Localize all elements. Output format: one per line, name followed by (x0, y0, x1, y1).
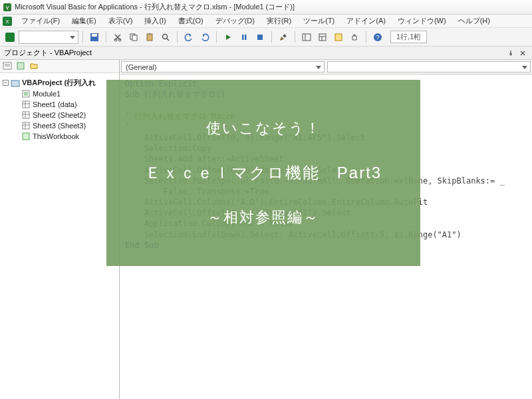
tree-item-sheet2[interactable]: Sheet2 (Sheet2) (3, 110, 116, 120)
tree-item-module1[interactable]: Module1 (3, 88, 116, 99)
svg-rect-18 (283, 34, 287, 38)
svg-text:v: v (6, 4, 9, 11)
run-button[interactable] (221, 30, 235, 45)
svg-rect-30 (17, 63, 24, 69)
object-dropdown[interactable]: (General) (121, 61, 325, 72)
separator (106, 31, 106, 43)
svg-rect-11 (147, 34, 152, 41)
toggle-folders-icon[interactable] (29, 61, 40, 72)
svg-rect-15 (242, 35, 244, 40)
tree-root[interactable]: − VBAProject (行列入れ (3, 77, 116, 88)
paste-button[interactable] (142, 30, 157, 45)
undo-button[interactable] (182, 30, 196, 45)
menu-bar: X ファイル(F) 編集(E) 表示(V) 挿入(I) 書式(O) デバッグ(D… (0, 15, 532, 28)
reset-button[interactable] (253, 30, 267, 45)
svg-rect-6 (92, 34, 97, 37)
view-code-icon[interactable] (3, 61, 13, 72)
title-bar: v Microsoft Visual Basic for Application… (0, 0, 532, 15)
svg-rect-12 (148, 33, 151, 35)
svg-rect-17 (257, 35, 263, 40)
tree-label: Module1 (33, 90, 61, 98)
svg-point-13 (163, 34, 168, 39)
svg-rect-4 (5, 33, 15, 42)
view-object-icon[interactable] (16, 61, 27, 72)
separator (177, 31, 178, 43)
tree-item-sheet1[interactable]: Sheet1 (data) (3, 99, 116, 110)
pin-icon[interactable] (505, 48, 516, 59)
project-explorer-header: プロジェクト - VBAProject (0, 47, 532, 60)
properties-button[interactable] (315, 30, 330, 45)
separator (295, 31, 295, 43)
svg-rect-10 (132, 35, 137, 41)
title-overlay: 使いこなそう！ Ｅｘｃｅｌマクロ機能 Part3 ～相対参照編～ (106, 80, 420, 266)
project-explorer: − VBAProject (行列入れ Module1 Sheet1 (data)… (0, 60, 120, 399)
worksheet-icon (21, 121, 31, 130)
help-button[interactable]: ? (370, 30, 385, 45)
toolbox-button[interactable] (347, 30, 362, 45)
menu-debug[interactable]: デバッグ(D) (210, 15, 260, 27)
project-root-label: VBAProject (行列入れ (22, 78, 96, 88)
project-icon (11, 78, 20, 88)
break-button[interactable] (237, 30, 251, 45)
worksheet-icon (21, 110, 31, 120)
cut-button[interactable] (110, 30, 125, 45)
svg-rect-16 (245, 35, 247, 40)
window-title: Microsoft Visual Basic for Applications … (15, 2, 295, 12)
separator (82, 31, 83, 43)
object-browser-button[interactable] (331, 30, 346, 45)
menu-insert[interactable]: 挿入(I) (139, 15, 171, 27)
svg-rect-39 (23, 112, 29, 118)
separator (271, 31, 272, 43)
menu-edit[interactable]: 編集(E) (66, 15, 102, 27)
object-dropdown-value: (General) (126, 63, 156, 71)
svg-rect-21 (319, 34, 326, 41)
svg-rect-24 (335, 34, 342, 41)
menu-file[interactable]: ファイル(F) (16, 15, 65, 27)
project-explorer-button[interactable] (299, 30, 314, 45)
overlay-line-3: ～相対参照編～ (207, 207, 319, 227)
code-dropdown-row: (General) (120, 60, 532, 74)
tree-label: Sheet2 (Sheet2) (33, 111, 86, 119)
view-excel-button[interactable] (3, 30, 17, 45)
menu-tools[interactable]: ツール(T) (298, 15, 340, 27)
vba-app-icon: v (3, 3, 12, 12)
svg-rect-42 (23, 122, 29, 129)
tree-item-sheet3[interactable]: Sheet3 (Sheet3) (3, 120, 116, 131)
insert-object-combo[interactable] (19, 31, 78, 44)
worksheet-icon (21, 100, 31, 109)
cursor-position: 1行,1桁 (390, 31, 427, 43)
menu-run[interactable]: 実行(R) (261, 15, 297, 27)
menu-window[interactable]: ウィンドウ(W) (392, 15, 452, 27)
svg-line-14 (167, 39, 169, 41)
tree-label: ThisWorkbook (33, 132, 79, 140)
redo-button[interactable] (198, 30, 212, 45)
svg-rect-36 (23, 101, 29, 108)
tree-label: Sheet3 (Sheet3) (33, 122, 86, 130)
project-toolbar (0, 60, 119, 73)
menu-help[interactable]: ヘルプ(H) (453, 15, 495, 27)
module-icon (21, 89, 31, 98)
toolbar: ? 1行,1桁 (0, 28, 532, 47)
excel-icon: X (3, 17, 12, 26)
procedure-dropdown[interactable] (327, 61, 531, 72)
separator (216, 31, 217, 43)
menu-addins[interactable]: アドイン(A) (341, 15, 391, 27)
find-button[interactable] (158, 30, 173, 45)
tree-item-thisworkbook[interactable]: ThisWorkbook (3, 131, 116, 142)
workbook-icon (21, 132, 31, 141)
collapse-icon[interactable]: − (3, 80, 9, 86)
save-button[interactable] (87, 30, 102, 45)
close-icon[interactable] (517, 48, 528, 59)
design-mode-button[interactable] (276, 30, 291, 45)
tree-label: Sheet1 (data) (33, 100, 77, 108)
svg-rect-31 (11, 80, 19, 86)
copy-button[interactable] (126, 30, 141, 45)
menu-format[interactable]: 書式(O) (173, 15, 209, 27)
svg-rect-45 (23, 133, 29, 140)
separator (366, 31, 366, 43)
project-tree[interactable]: − VBAProject (行列入れ Module1 Sheet1 (data)… (0, 73, 119, 146)
overlay-line-2: Ｅｘｃｅｌマクロ機能 Part3 (145, 162, 382, 184)
menu-view[interactable]: 表示(V) (103, 15, 138, 27)
svg-rect-19 (303, 34, 311, 41)
overlay-line-1: 使いこなそう！ (206, 118, 321, 138)
